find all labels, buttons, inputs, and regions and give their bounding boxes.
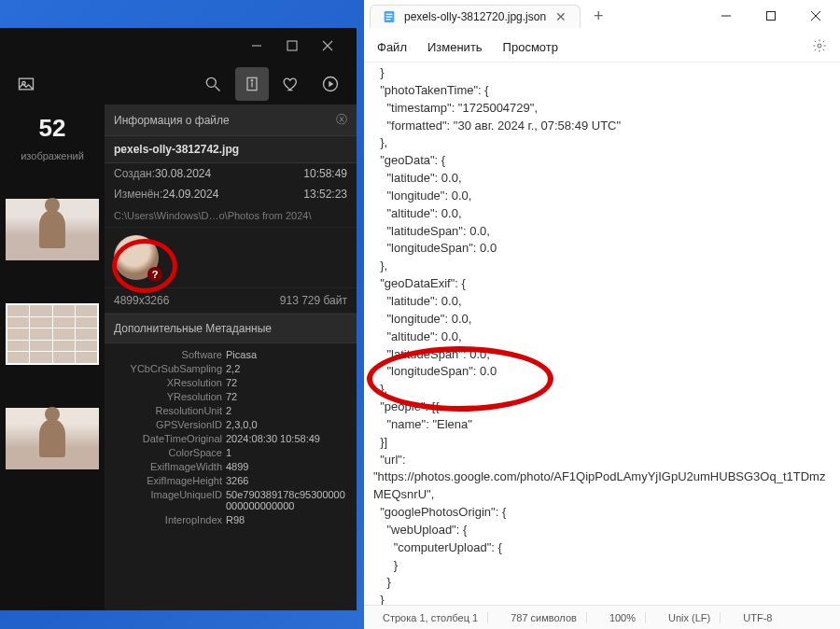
svg-point-20 (818, 44, 821, 48)
metadata-row: YResolution72 (105, 389, 357, 403)
status-eol: Unix (LF) (659, 612, 721, 623)
metadata-row: ImageUniqueID50e790389178c95300000000000… (105, 487, 357, 512)
close-button[interactable] (314, 32, 342, 60)
metadata-row: ResolutionUnit2 (105, 403, 357, 417)
svg-line-7 (216, 87, 220, 91)
status-charcount: 787 символов (501, 612, 587, 623)
notepad-titlebar: pexels-olly-3812720.jpg.json ✕ + (364, 0, 840, 33)
close-panel-icon[interactable]: ⓧ (336, 112, 347, 128)
maximize-button[interactable] (752, 2, 790, 30)
svg-rect-13 (386, 13, 393, 14)
created-row: Создан: 30.08.2024 10:58:49 (105, 163, 357, 184)
svg-rect-17 (767, 12, 776, 21)
svg-rect-1 (287, 41, 297, 50)
info-icon[interactable] (235, 67, 269, 101)
metadata-row: DateTimeOriginal2024:08:30 10:58:49 (105, 431, 357, 445)
metadata-row: YCbCrSubSampling2,2 (105, 361, 357, 375)
metadata-row: ExifImageHeight3266 (105, 473, 357, 487)
extra-metadata-header: Дополнительные Метаданные (105, 314, 357, 343)
tab-title: pexels-olly-3812720.jpg.json (404, 10, 546, 23)
svg-point-6 (206, 77, 216, 87)
notepad-menubar: Файл Изменить Просмотр (364, 33, 840, 63)
thumbnail-strip: 52 изображений (0, 105, 105, 610)
metadata-row: ExifImageWidth4899 (105, 459, 357, 473)
thumbnail[interactable] (6, 408, 99, 469)
notepad-window: pexels-olly-3812720.jpg.json ✕ + Файл Из… (364, 0, 840, 629)
filename: pexels-olly-3812742.jpg (105, 136, 357, 163)
info-header-label: Информация о файле (114, 114, 230, 127)
minimize-button[interactable] (707, 2, 745, 30)
metadata-row: ColorSpace1 (105, 445, 357, 459)
svg-rect-15 (386, 19, 391, 20)
notepad-tab[interactable]: pexels-olly-3812720.jpg.json ✕ (370, 5, 581, 28)
menu-edit[interactable]: Изменить (427, 40, 483, 54)
menu-file[interactable]: Файл (377, 40, 407, 54)
image-icon[interactable] (9, 67, 43, 101)
status-zoom: 100% (600, 612, 646, 623)
status-encoding: UTF-8 (734, 612, 781, 623)
face-unknown-badge: ? (147, 267, 162, 282)
search-icon[interactable] (196, 67, 230, 101)
face-row: ? (105, 228, 357, 288)
notepad-statusbar: Строка 1, столбец 1 787 символов 100% Un… (364, 605, 840, 629)
file-path: C:\Users\Windows\D…o\Photos from 2024\ (105, 204, 357, 228)
thumbnail[interactable] (6, 199, 99, 260)
svg-point-10 (251, 80, 252, 81)
heart-icon[interactable] (274, 67, 308, 101)
notepad-text-area[interactable]: } "photoTakenTime": { "timestamp": "1725… (364, 63, 840, 605)
metadata-row: SoftwarePicasa (105, 347, 357, 361)
metadata-row: InteropIndexR98 (105, 512, 357, 526)
viewer-toolbar (0, 63, 357, 105)
viewer-titlebar (0, 28, 357, 63)
add-tab-button[interactable]: + (586, 7, 611, 26)
image-count-label: изображений (21, 150, 84, 161)
metadata-table: SoftwarePicasaYCbCrSubSampling2,2XResolu… (105, 343, 357, 530)
svg-rect-14 (386, 16, 393, 17)
dimensions-row: 4899x3266 913 729 байт (105, 288, 357, 314)
metadata-row: XResolution72 (105, 375, 357, 389)
close-button[interactable] (797, 2, 834, 30)
maximize-button[interactable] (278, 32, 306, 60)
status-position: Строка 1, столбец 1 (373, 612, 488, 623)
minimize-button[interactable] (243, 32, 271, 60)
image-viewer-window: 52 изображений Информация о файле ⓧ pexe… (0, 28, 357, 610)
thumbnail[interactable] (6, 303, 99, 365)
info-panel: Информация о файле ⓧ pexels-olly-3812742… (105, 105, 357, 610)
menu-view[interactable]: Просмотр (503, 40, 558, 54)
metadata-row: GPSVersionID2,3,0,0 (105, 417, 357, 431)
info-header: Информация о файле ⓧ (105, 105, 357, 136)
play-icon[interactable] (314, 67, 347, 101)
tab-close-icon[interactable]: ✕ (553, 9, 568, 24)
settings-icon[interactable] (812, 38, 827, 56)
notepad-app-icon (382, 9, 397, 24)
modified-row: Изменён: 24.09.2024 13:52:23 (105, 184, 357, 204)
image-count: 52 (39, 114, 66, 143)
